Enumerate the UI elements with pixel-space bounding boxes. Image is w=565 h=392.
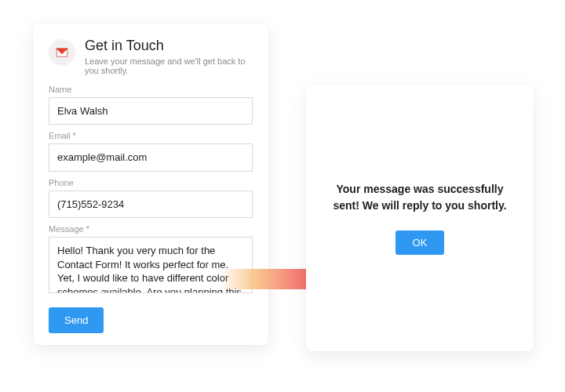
email-field[interactable] <box>49 143 253 172</box>
confirmation-text: Your message was successfully sent! We w… <box>328 181 512 213</box>
message-label: Message * <box>49 224 253 234</box>
phone-label: Phone <box>49 178 253 187</box>
confirmation-card: Your message was successfully sent! We w… <box>306 85 534 351</box>
form-title: Get in Touch <box>85 38 253 55</box>
form-subtitle: Leave your message and we'll get back to… <box>85 56 253 75</box>
form-header: Get in Touch Leave your message and we'l… <box>49 38 253 75</box>
name-label: Name <box>49 85 253 94</box>
send-button[interactable]: Send <box>49 307 104 333</box>
email-label: Email * <box>49 131 253 140</box>
name-field[interactable] <box>49 97 253 125</box>
ok-button[interactable]: OK <box>396 230 445 255</box>
phone-field[interactable] <box>49 191 253 219</box>
mail-icon <box>49 39 75 66</box>
